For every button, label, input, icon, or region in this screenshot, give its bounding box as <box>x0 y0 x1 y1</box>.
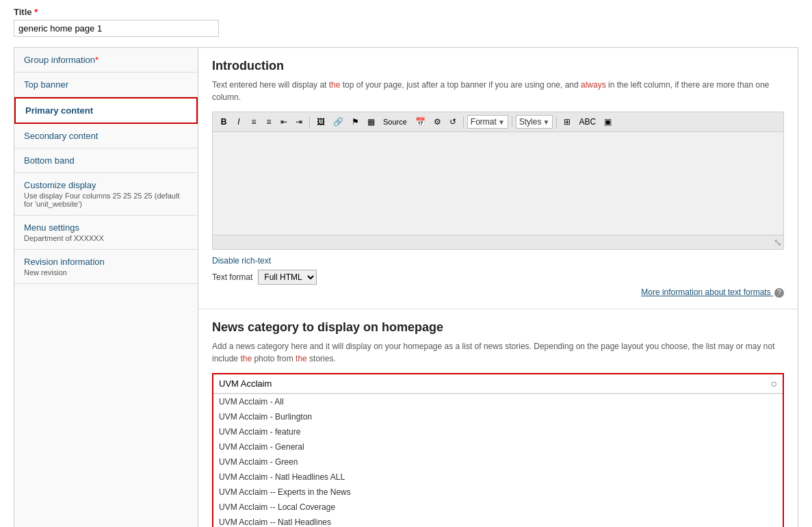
introduction-section: Introduction Text entered here will disp… <box>198 48 798 309</box>
table-button[interactable]: ▦ <box>364 115 378 129</box>
page-wrapper: Title * Group information* Top banner Pr… <box>0 0 812 527</box>
sidebar-link-customize-display[interactable]: Customize display <box>24 180 96 190</box>
rich-text-editor: B I ≡ ≡ ⇤ ⇥ 🖼 🔗 ⚑ ▦ Source 📅 ⚙ <box>212 112 784 250</box>
toolbar-separator-2 <box>463 116 464 127</box>
media-button[interactable]: ▣ <box>601 115 615 129</box>
link-button[interactable]: 🔗 <box>330 115 347 129</box>
sidebar-item-bottom-band[interactable]: Bottom band <box>14 149 198 173</box>
extra-button-2[interactable]: ↺ <box>446 115 460 129</box>
spellcheck-button[interactable]: ABC <box>575 115 599 129</box>
sidebar-item-menu-settings[interactable]: Menu settings Department of XXXXXX <box>14 216 198 250</box>
autocomplete-clear-icon[interactable]: ○ <box>765 375 783 393</box>
dropdown-item-4[interactable]: UVM Acclaim - Green <box>213 454 783 470</box>
sidebar-label-customize-display: Customize display <box>24 180 96 190</box>
title-text: Title <box>14 7 32 17</box>
sidebar-sub-customize-display: Use display Four columns 25 25 25 25 (de… <box>24 192 188 208</box>
image-button[interactable]: 🖼 <box>313 115 328 129</box>
resize-icon: ⤡ <box>774 237 782 248</box>
sidebar-item-group-information[interactable]: Group information* <box>14 48 198 73</box>
sidebar-label-menu-settings: Menu settings <box>24 222 79 233</box>
autocomplete-input-row: ○ <box>213 374 783 394</box>
news-autocomplete-input[interactable] <box>213 374 765 393</box>
editor-toolbar: B I ≡ ≡ ⇤ ⇥ 🖼 🔗 ⚑ ▦ Source 📅 ⚙ <box>213 112 783 132</box>
title-section: Title * <box>14 7 798 37</box>
dropdown-item-0[interactable]: UVM Acclaim - All <box>213 394 783 409</box>
extra-button-1[interactable]: ⚙ <box>430 115 445 129</box>
sidebar-link-group-information[interactable]: Group information* <box>24 55 99 65</box>
sidebar-link-top-banner[interactable]: Top banner <box>24 79 68 90</box>
more-info-link[interactable]: More information about text formats ? <box>212 287 784 298</box>
styles-arrow-icon: ▼ <box>542 118 549 126</box>
flag-button[interactable]: ⚑ <box>348 115 363 129</box>
sidebar-label-secondary-content: Secondary content <box>24 131 98 141</box>
bold-button[interactable]: B <box>217 115 231 129</box>
table-insert-button[interactable]: ⊞ <box>560 115 574 129</box>
disable-rich-text-label: Disable rich-text <box>212 256 271 266</box>
sidebar-required-group-information: * <box>95 55 99 65</box>
news-section-title: News category to display on homepage <box>212 320 784 335</box>
main-layout: Group information* Top banner Primary co… <box>14 47 798 527</box>
sidebar-link-bottom-band[interactable]: Bottom band <box>24 155 75 166</box>
title-input[interactable] <box>14 20 219 37</box>
news-description: Add a news category here and it will dis… <box>212 340 784 365</box>
indent-button[interactable]: ⇥ <box>292 115 306 129</box>
question-icon: ? <box>774 288 784 298</box>
text-format-select[interactable]: Full HTML <box>258 270 317 285</box>
toolbar-separator-4 <box>556 116 557 127</box>
ordered-list-button[interactable]: ≡ <box>262 115 276 129</box>
dropdown-item-2[interactable]: UVM Acclaim - feature <box>213 424 783 439</box>
sidebar-label-group-information: Group information <box>24 55 95 65</box>
title-required: * <box>34 7 38 17</box>
sidebar: Group information* Top banner Primary co… <box>14 47 198 527</box>
format-select[interactable]: Format ▼ <box>467 115 508 129</box>
format-label: Format <box>471 117 497 127</box>
outdent-button[interactable]: ⇤ <box>277 115 291 129</box>
sidebar-item-customize-display[interactable]: Customize display Use display Four colum… <box>14 173 198 216</box>
text-format-row: Text format Full HTML <box>212 270 784 285</box>
sidebar-link-revision-information[interactable]: Revision information <box>24 257 105 267</box>
more-info-text: More information about text formats <box>641 287 770 297</box>
autocomplete-dropdown: UVM Acclaim - All UVM Acclaim - Burlingt… <box>213 394 783 527</box>
editor-resize-handle: ⤡ <box>213 235 783 249</box>
toolbar-separator-1 <box>309 116 310 127</box>
text-format-label: Text format <box>212 272 252 282</box>
sidebar-sub-revision-information: New revision <box>24 268 188 277</box>
sidebar-sub-menu-settings: Department of XXXXXX <box>24 234 188 242</box>
content-area: Introduction Text entered here will disp… <box>198 47 798 527</box>
dropdown-item-3[interactable]: UVM Acclaim - General <box>213 439 783 454</box>
sidebar-link-secondary-content[interactable]: Secondary content <box>24 131 98 141</box>
styles-select[interactable]: Styles ▼ <box>516 115 553 129</box>
sidebar-link-primary-content[interactable]: Primary content <box>25 105 93 116</box>
sidebar-label-bottom-band: Bottom band <box>24 155 75 166</box>
introduction-description: Text entered here will display at the to… <box>212 79 784 103</box>
dropdown-item-1[interactable]: UVM Acclaim - Burlington <box>213 409 783 424</box>
toolbar-separator-3 <box>512 116 512 127</box>
unordered-list-button[interactable]: ≡ <box>247 115 261 129</box>
dropdown-item-6[interactable]: UVM Acclaim -- Experts in the News <box>213 485 783 500</box>
sidebar-label-revision-information: Revision information <box>24 257 105 267</box>
dropdown-item-5[interactable]: UVM Acclaim - Natl Headlines ALL <box>213 470 783 485</box>
sidebar-item-secondary-content[interactable]: Secondary content <box>14 124 198 149</box>
dropdown-item-7[interactable]: UVM Acclaim -- Local Coverage <box>213 500 783 515</box>
introduction-title: Introduction <box>212 59 784 73</box>
sidebar-item-top-banner[interactable]: Top banner <box>14 73 198 97</box>
news-section: News category to display on homepage Add… <box>198 309 798 527</box>
editor-body[interactable] <box>213 132 783 235</box>
sidebar-link-menu-settings[interactable]: Menu settings <box>24 222 79 233</box>
sidebar-item-revision-information[interactable]: Revision information New revision <box>14 250 198 284</box>
dropdown-item-8[interactable]: UVM Acclaim -- Natl Headlines <box>213 515 783 527</box>
source-button[interactable]: Source <box>380 116 410 128</box>
sidebar-label-primary-content: Primary content <box>25 105 93 116</box>
sidebar-item-primary-content[interactable]: Primary content <box>14 97 198 124</box>
sidebar-label-top-banner: Top banner <box>24 79 68 90</box>
title-label: Title * <box>14 7 798 17</box>
italic-button[interactable]: I <box>232 115 246 129</box>
news-autocomplete-wrapper: ○ UVM Acclaim - All UVM Acclaim - Burlin… <box>212 373 784 527</box>
calendar-button[interactable]: 📅 <box>412 115 429 129</box>
format-arrow-icon: ▼ <box>498 118 505 126</box>
disable-rich-text-link[interactable]: Disable rich-text <box>212 256 271 266</box>
styles-label: Styles <box>519 117 542 127</box>
